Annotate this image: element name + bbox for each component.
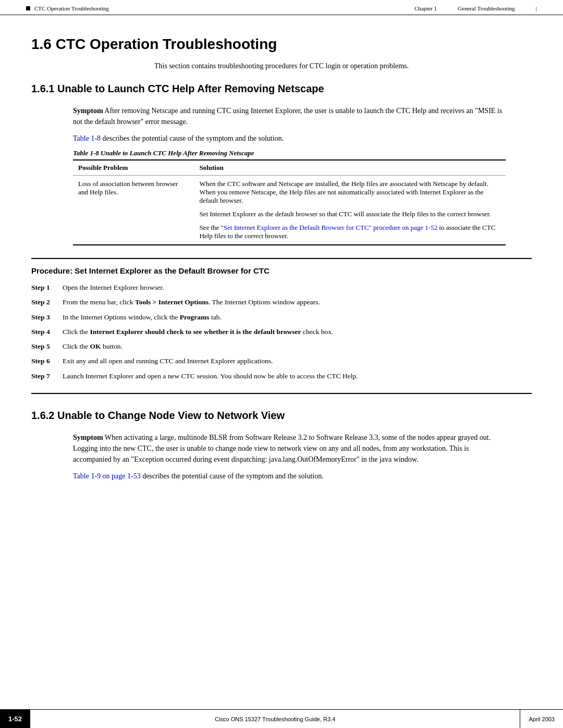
step-2-label: Step 2: [31, 297, 63, 307]
table-ref-162: Table 1-9 on page 1-53 describes the pot…: [73, 472, 532, 480]
symptom-161-block: Symptom After removing Netscape and runn…: [73, 105, 506, 127]
section-label: General Troubleshooting: [458, 5, 515, 11]
section-major-title: 1.6 CTC Operation Troubleshooting: [31, 36, 532, 53]
header-bullet-icon: [26, 6, 30, 10]
step-6-content: Exit any and all open and running CTC an…: [63, 356, 532, 366]
table-header-row: Possible Problem Solution: [73, 160, 506, 176]
solution-para-2: Set Internet Explorer as the default bro…: [199, 210, 500, 218]
step-4-bold: Internet Explorer should check to see wh…: [90, 328, 301, 336]
symptom-label-162: Symptom: [73, 434, 103, 441]
step-3: Step 3 In the Internet Options window, c…: [31, 312, 532, 323]
step-3-label: Step 3: [31, 312, 63, 323]
step-4-content: Click the Internet Explorer should check…: [63, 327, 532, 337]
table-1-9-link[interactable]: Table 1-9 on page 1-53: [73, 472, 141, 480]
table-cell-problem: Loss of association between browser and …: [73, 176, 194, 245]
table-cell-solution: When the CTC software and Netscape are i…: [194, 176, 506, 245]
solution-para-1: When the CTC software and Netscape are i…: [199, 180, 500, 205]
header-left: CTC Operation Troubleshooting: [26, 5, 109, 11]
table-row: Loss of association between browser and …: [73, 176, 506, 245]
main-content: 1.6 CTC Operation Troubleshooting This s…: [0, 15, 563, 528]
step-7-content: Launch Internet Explorer and open a new …: [63, 371, 532, 381]
footer-page-number: 1-52: [0, 710, 30, 728]
chapter-label: Chapter 1: [414, 5, 437, 11]
step-5: Step 5 Click the OK button.: [31, 341, 532, 352]
table-1-8-link[interactable]: Table 1-8: [73, 134, 101, 142]
step-3-content: In the Internet Options window, click th…: [63, 312, 532, 323]
footer-date: April 2003: [520, 710, 563, 728]
section-162: 1.6.2 Unable to Change Node View to Netw…: [31, 410, 532, 480]
breadcrumb-header: CTC Operation Troubleshooting: [34, 5, 109, 11]
procedure-link[interactable]: "Set Internet Explorer as the Default Br…: [221, 224, 438, 231]
footer-center-text: Cisco ONS 15327 Troubleshooting Guide, R…: [30, 710, 520, 728]
symptom-label-161: Symptom: [73, 107, 103, 115]
symptom-161-text: After removing Netscape and running CTC …: [73, 107, 502, 126]
page-footer: 1-52 Cisco ONS 15327 Troubleshooting Gui…: [0, 709, 563, 728]
step-1: Step 1 Open the Internet Explorer browse…: [31, 282, 532, 293]
step-7-label: Step 7: [31, 371, 63, 381]
col-header-problem: Possible Problem: [73, 160, 194, 176]
procedure-section: Procedure: Set Internet Explorer as the …: [31, 258, 532, 394]
step-3-bold: Programs: [180, 313, 210, 321]
table-ref-161: Table 1-8 describes the potential cause …: [73, 134, 532, 143]
col-header-solution: Solution: [194, 160, 506, 176]
symptom-162-text: When activating a large, multinode BLSR …: [73, 434, 491, 463]
step-7: Step 7 Launch Internet Explorer and open…: [31, 371, 532, 381]
step-4-label: Step 4: [31, 327, 63, 337]
header-right: Chapter 1 General Troubleshooting |: [414, 5, 537, 11]
table-1-8-caption: Table 1-8 Unable to Launch CTC Help Afte…: [73, 149, 532, 157]
table-1-8: Possible Problem Solution Loss of associ…: [73, 159, 506, 245]
symptom-162-block: Symptom When activating a large, multino…: [73, 432, 506, 465]
step-1-content: Open the Internet Explorer browser.: [63, 282, 532, 293]
step-2-content: From the menu bar, click Tools > Interne…: [63, 297, 532, 307]
step-1-label: Step 1: [31, 282, 63, 293]
step-5-content: Click the OK button.: [63, 341, 532, 352]
step-4: Step 4 Click the Internet Explorer shoul…: [31, 327, 532, 337]
page-header: CTC Operation Troubleshooting Chapter 1 …: [0, 0, 563, 15]
step-6-label: Step 6: [31, 356, 63, 366]
step-6: Step 6 Exit any and all open and running…: [31, 356, 532, 366]
step-2: Step 2 From the menu bar, click Tools > …: [31, 297, 532, 307]
section-162-title: 1.6.2 Unable to Change Node View to Netw…: [31, 410, 532, 422]
step-5-bold: OK: [90, 342, 101, 350]
solution-para-3: See the "Set Internet Explorer as the De…: [199, 224, 500, 240]
step-2-bold: Tools > Internet Options: [135, 298, 209, 306]
header-divider: |: [536, 5, 537, 11]
step-5-label: Step 5: [31, 341, 63, 352]
section-161-title: 1.6.1 Unable to Launch CTC Help After Re…: [31, 83, 532, 95]
section-intro: This section contains troubleshooting pr…: [73, 62, 490, 70]
procedure-title: Procedure: Set Internet Explorer as the …: [31, 266, 532, 275]
